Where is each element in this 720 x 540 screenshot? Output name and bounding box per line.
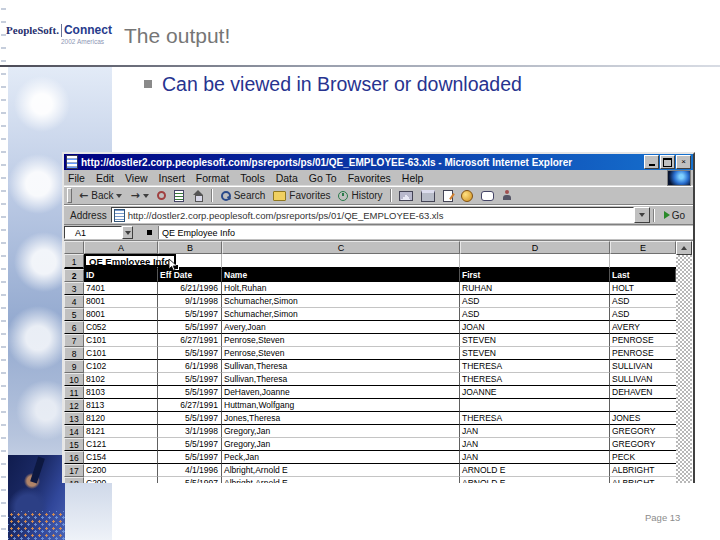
- cell-eff-date[interactable]: 9/1/1998: [158, 295, 222, 308]
- vertical-scrollbar[interactable]: [676, 241, 692, 483]
- menu-favorites[interactable]: Favorites: [348, 172, 391, 184]
- cell-first[interactable]: STEVEN: [460, 334, 610, 347]
- row-number[interactable]: 15: [64, 438, 84, 451]
- row-number[interactable]: 3: [64, 282, 84, 295]
- cell-name[interactable]: DeHaven,Joanne: [222, 386, 460, 399]
- cell-last[interactable]: AVERY: [610, 321, 676, 334]
- mail-button[interactable]: [395, 188, 417, 203]
- cell-id[interactable]: C200: [84, 464, 158, 477]
- select-all-corner[interactable]: [64, 241, 84, 254]
- scroll-up-button[interactable]: [676, 241, 692, 255]
- cell-id[interactable]: 8102: [84, 373, 158, 386]
- cell-id[interactable]: C121: [84, 438, 158, 451]
- cell-eff-date[interactable]: 6/1/1998: [158, 360, 222, 373]
- cell-eff-date[interactable]: 5/5/1997: [158, 438, 222, 451]
- cell-name[interactable]: Jones,Theresa: [222, 412, 460, 425]
- cell-first[interactable]: ARNOLD E: [460, 464, 610, 477]
- row-number[interactable]: 8: [64, 347, 84, 360]
- discuss-button[interactable]: [477, 188, 498, 203]
- menu-edit[interactable]: Edit: [96, 172, 114, 184]
- cell-eff-date[interactable]: 5/5/1997: [158, 308, 222, 321]
- search-button[interactable]: Search: [216, 188, 270, 203]
- cell-name[interactable]: Albright,Arnold E: [222, 477, 460, 483]
- cell-name[interactable]: Gregory,Jan: [222, 425, 460, 438]
- cell-last[interactable]: SULLIVAN: [610, 360, 676, 373]
- cell-eff-date[interactable]: 5/5/1997: [158, 321, 222, 334]
- name-box-dropdown[interactable]: [122, 226, 133, 239]
- address-dropdown-button[interactable]: [634, 207, 650, 223]
- cell-last[interactable]: ALBRIGHT: [610, 477, 676, 483]
- menu-file[interactable]: File: [68, 172, 85, 184]
- cell-last[interactable]: PENROSE: [610, 334, 676, 347]
- cell-first[interactable]: THERESA: [460, 360, 610, 373]
- cell-first[interactable]: JAN: [460, 451, 610, 464]
- cell-eff-date[interactable]: 5/5/1997: [158, 386, 222, 399]
- cell-last[interactable]: GREGORY: [610, 425, 676, 438]
- cell-a1[interactable]: QE Employee Info: [84, 254, 158, 269]
- cell-first[interactable]: ASD: [460, 295, 610, 308]
- cell-first[interactable]: RUHAN: [460, 282, 610, 295]
- cell-first[interactable]: THERESA: [460, 412, 610, 425]
- messenger-button[interactable]: [457, 188, 477, 203]
- cell-first[interactable]: JOAN: [460, 321, 610, 334]
- cell-id[interactable]: C200: [84, 477, 158, 483]
- history-button[interactable]: History: [334, 188, 386, 203]
- cell-first[interactable]: [460, 399, 610, 412]
- row-number[interactable]: 14: [64, 425, 84, 438]
- column-header-e[interactable]: E: [610, 241, 676, 254]
- cell-id[interactable]: C101: [84, 334, 158, 347]
- row-number[interactable]: 10: [64, 373, 84, 386]
- go-button[interactable]: Go: [658, 210, 691, 221]
- row-number[interactable]: 18: [64, 477, 84, 483]
- edit-button[interactable]: [439, 188, 457, 203]
- cell-eff-date[interactable]: 6/21/1996: [158, 282, 222, 295]
- cell-eff-date[interactable]: 5/5/1997: [158, 347, 222, 360]
- menu-data[interactable]: Data: [276, 172, 298, 184]
- cell-last[interactable]: ASD: [610, 295, 676, 308]
- cell-eff-date[interactable]: 5/5/1997: [158, 451, 222, 464]
- cell-first[interactable]: ASD: [460, 308, 610, 321]
- cell-name[interactable]: Gregory,Jan: [222, 438, 460, 451]
- row-number[interactable]: 17: [64, 464, 84, 477]
- print-button[interactable]: [417, 188, 439, 203]
- row-number[interactable]: 13: [64, 412, 84, 425]
- maximize-button[interactable]: [660, 155, 675, 169]
- cell-first[interactable]: JAN: [460, 425, 610, 438]
- row-number[interactable]: 11: [64, 386, 84, 399]
- cell-name[interactable]: Holt,Ruhan: [222, 282, 460, 295]
- cell-name[interactable]: Penrose,Steven: [222, 347, 460, 360]
- cell-name[interactable]: Avery,Joan: [222, 321, 460, 334]
- stop-button[interactable]: [153, 188, 170, 203]
- cell-last[interactable]: PECK: [610, 451, 676, 464]
- contacts-button[interactable]: [498, 188, 516, 203]
- cell-last[interactable]: JONES: [610, 412, 676, 425]
- cell-name[interactable]: Schumacher,Simon: [222, 308, 460, 321]
- back-button[interactable]: ← Back: [75, 188, 126, 203]
- favorites-button[interactable]: Favorites: [269, 188, 334, 203]
- cell-eff-date[interactable]: 4/1/1996: [158, 464, 222, 477]
- menu-insert[interactable]: Insert: [159, 172, 185, 184]
- menu-view[interactable]: View: [125, 172, 148, 184]
- column-header-c[interactable]: C: [222, 241, 460, 254]
- row-number[interactable]: 16: [64, 451, 84, 464]
- cell-last[interactable]: [610, 399, 676, 412]
- cell-c1[interactable]: [222, 254, 460, 269]
- cell-id[interactable]: C154: [84, 451, 158, 464]
- cell-id[interactable]: 7401: [84, 282, 158, 295]
- cell-first[interactable]: ARNOLD E: [460, 477, 610, 483]
- cell-eff-date[interactable]: 6/27/1991: [158, 334, 222, 347]
- cell-name[interactable]: Peck,Jan: [222, 451, 460, 464]
- cell-first[interactable]: STEVEN: [460, 347, 610, 360]
- cell-name[interactable]: Albright,Arnold E: [222, 464, 460, 477]
- row-number[interactable]: 7: [64, 334, 84, 347]
- row-number[interactable]: 2: [64, 269, 84, 282]
- cell-id[interactable]: 8121: [84, 425, 158, 438]
- cell-name[interactable]: Schumacher,Simon: [222, 295, 460, 308]
- column-header-b[interactable]: B: [158, 241, 222, 254]
- back-dropdown-icon[interactable]: [116, 194, 122, 198]
- row-number[interactable]: 1: [64, 254, 84, 269]
- cell-last[interactable]: ALBRIGHT: [610, 464, 676, 477]
- toolbar-grip[interactable]: [67, 188, 72, 203]
- cell-id[interactable]: C102: [84, 360, 158, 373]
- row-number[interactable]: 5: [64, 308, 84, 321]
